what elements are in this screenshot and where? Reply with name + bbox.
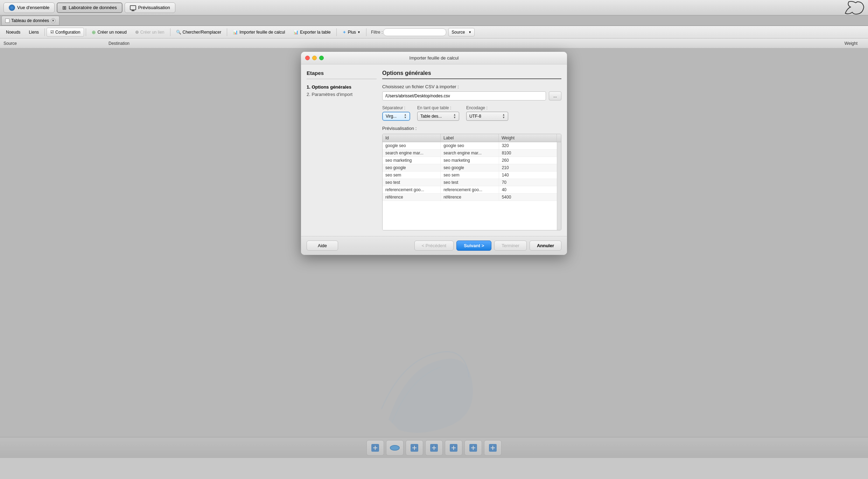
preview-row: search engine mar...search engine mar...… [383, 150, 557, 157]
configuration-button[interactable]: ☑ Configuration [47, 28, 84, 37]
plus-button[interactable]: ✦ Plus ▼ [338, 28, 364, 37]
link-icon: ⊕ [135, 29, 139, 35]
th-destination: Destination [108, 41, 214, 46]
source-dropdown[interactable]: Source ▼ [448, 28, 475, 36]
close-traffic-light[interactable] [305, 56, 310, 60]
preview-cell: 40 [499, 186, 557, 193]
configuration-label: Configuration [55, 30, 80, 35]
en-tant-que-arrows: ▲ ▼ [453, 113, 456, 119]
import-modal: Importer feuille de calcul Etapes 1. Opt… [301, 52, 567, 255]
traffic-lights [305, 56, 324, 60]
preview-section-label: Prévisualisation : [382, 126, 561, 131]
data-lab-button[interactable]: ⊞ Laboratoire de données [57, 2, 122, 13]
preview-section: Prévisualisation : Id Label Weight googl… [382, 126, 561, 230]
preview-cell: seo marketing [441, 157, 499, 164]
table-header: Source Destination Weight [0, 39, 868, 48]
terminer-button[interactable]: Terminer [494, 241, 527, 251]
preview-cell: google seo [383, 142, 441, 149]
main-area: Importer feuille de calcul Etapes 1. Opt… [0, 48, 868, 458]
noeuds-label: Noeuds [6, 30, 20, 35]
preview-label-top: Prévisualisation [138, 5, 170, 10]
top-toolbar: Vue d'ensemble ⊞ Laboratoire de données … [0, 0, 868, 15]
divider-4 [227, 28, 227, 36]
tab-checkbox [5, 19, 9, 23]
modal-titlebar: Importer feuille de calcul [301, 52, 567, 64]
en-tant-que-select[interactable]: Table des... ▲ ▼ [417, 112, 459, 121]
preview-cell: referencement goo... [383, 186, 441, 193]
preview-cell: search engine mar... [441, 150, 499, 157]
overview-button[interactable]: Vue d'ensemble [4, 2, 55, 13]
chercher-label: Chercher/Remplacer [183, 30, 222, 35]
enc-arrow-down: ▼ [502, 116, 505, 119]
annuler-button[interactable]: Annuler [530, 241, 561, 251]
browse-button[interactable]: ... [549, 91, 561, 100]
encodage-group: Encodage : UTF-8 ▲ ▼ [466, 105, 508, 121]
separateur-arrows: ▲ ▼ [404, 113, 407, 119]
preview-cell: 320 [499, 142, 557, 149]
second-toolbar: Noeuds Liens ☑ Configuration ⊕ Créer un … [0, 26, 868, 39]
noeuds-button[interactable]: Noeuds [2, 28, 24, 37]
preview-th-label: Label [441, 134, 499, 142]
filter-label: Filtre : [371, 30, 383, 35]
etq-arrow-down: ▼ [453, 116, 456, 119]
overview-label: Vue d'ensemble [17, 5, 49, 10]
preview-scrollbar[interactable] [557, 142, 561, 230]
precedent-button[interactable]: < Précédent [414, 241, 454, 251]
creer-noeud-label: Créer un noeud [97, 30, 126, 35]
preview-header: Id Label Weight [383, 134, 561, 142]
app-logo [844, 0, 864, 15]
suivant-button[interactable]: Suivant > [456, 241, 491, 251]
preview-cell: search engine mar... [383, 150, 441, 157]
steps-title: Etapes [307, 70, 377, 79]
monitor-icon [130, 5, 136, 10]
minimize-traffic-light[interactable] [312, 56, 317, 60]
plus-more-icon: ✦ [342, 29, 346, 35]
preview-th-id: Id [383, 134, 441, 142]
creer-lien-button[interactable]: ⊕ Créer un lien [131, 28, 168, 37]
filter-input[interactable] [383, 28, 446, 36]
creer-noeud-button[interactable]: ⊕ Créer un noeud [88, 28, 130, 37]
en-tant-que-group: En tant que table : Table des... ▲ ▼ [417, 105, 459, 121]
step-2-num: 2. [307, 92, 312, 97]
modal-footer: Aide < Précédent Suivant > Terminer Annu… [301, 236, 567, 255]
preview-button[interactable]: Prévisualisation [125, 2, 175, 13]
preview-cell: 70 [499, 179, 557, 186]
step-1-label: Options générales [312, 84, 351, 90]
divider-6 [366, 28, 366, 36]
th-source: Source [4, 41, 108, 46]
encodage-label: Encodage : [466, 105, 508, 110]
preview-row: seo semseo sem140 [383, 172, 557, 179]
separateur-select[interactable]: Virg... ▲ ▼ [382, 112, 410, 121]
tableau-tab[interactable]: Tableau de données ✕ [1, 16, 59, 26]
importer-button[interactable]: 📊 Importer feuille de calcul [229, 28, 289, 37]
encodage-select[interactable]: UTF-8 ▲ ▼ [466, 112, 508, 121]
config-checkbox: ☑ [50, 30, 54, 34]
chercher-button[interactable]: 🔍 Chercher/Remplacer [172, 28, 225, 37]
aide-button[interactable]: Aide [307, 241, 338, 251]
maximize-traffic-light[interactable] [319, 56, 324, 60]
preview-cell: seo test [383, 179, 441, 186]
exporter-button[interactable]: 📊 Exporter la table [289, 28, 334, 37]
preview-cell: 140 [499, 172, 557, 179]
file-path-input[interactable] [382, 91, 546, 100]
preview-cell: seo google [441, 164, 499, 171]
creer-lien-label: Créer un lien [140, 30, 164, 35]
preview-row: référenceréférence5400 [383, 194, 557, 201]
step-1-num: 1. [307, 84, 312, 90]
import-icon: 📊 [233, 30, 238, 35]
file-row: ... [382, 91, 561, 100]
step-1: 1. Options générales [307, 83, 377, 91]
exporter-label: Exporter la table [300, 30, 330, 35]
liens-button[interactable]: Liens [25, 28, 43, 37]
tab-close-button[interactable]: ✕ [51, 18, 56, 23]
divider-2 [86, 28, 86, 36]
preview-tbody[interactable]: google seogoogle seo320search engine mar… [383, 142, 557, 230]
footer-btn-group: < Précédent Suivant > Terminer Annuler [414, 241, 561, 251]
preview-table: Id Label Weight google seogoogle seo320s… [382, 134, 561, 230]
preview-cell: seo sem [441, 172, 499, 179]
plus-label: Plus [348, 30, 356, 35]
separateur-label: Séparateur : [382, 105, 410, 110]
preview-cell: google seo [441, 142, 499, 149]
tab-label: Tableau de données [11, 18, 49, 23]
file-section: Choisissez un fichier CSV à importer : .… [382, 84, 561, 100]
